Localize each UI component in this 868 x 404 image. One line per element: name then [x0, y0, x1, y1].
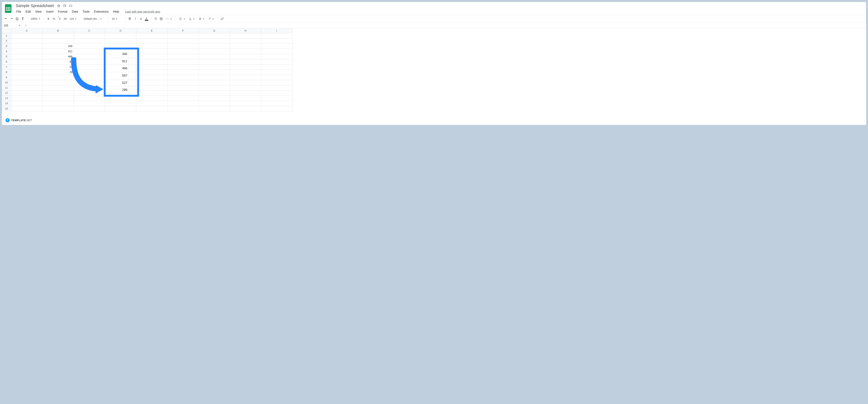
cell[interactable] — [42, 38, 74, 43]
sheets-logo-icon[interactable] — [4, 3, 12, 14]
cell[interactable] — [198, 90, 230, 96]
cell[interactable] — [136, 49, 167, 54]
cell[interactable] — [261, 101, 292, 106]
cell[interactable] — [11, 106, 42, 111]
format-percent-button[interactable]: % — [51, 16, 57, 21]
cell[interactable] — [105, 90, 136, 96]
cell[interactable] — [136, 101, 167, 106]
row-header[interactable]: 10 — [2, 80, 11, 85]
font-family-dropdown[interactable]: Default (Ari...▼ — [82, 16, 106, 21]
menu-tools[interactable]: Tools — [81, 9, 91, 14]
cell[interactable]: 56 — [42, 59, 74, 64]
cell[interactable] — [105, 49, 136, 54]
cell[interactable] — [230, 101, 261, 106]
row-header[interactable]: 3 — [2, 43, 11, 49]
cell[interactable] — [11, 69, 42, 75]
cloud-status-icon[interactable] — [69, 4, 73, 8]
formula-input[interactable] — [30, 23, 866, 28]
cell[interactable] — [42, 96, 74, 101]
cell[interactable] — [11, 43, 42, 49]
cell[interactable] — [11, 101, 42, 106]
cell[interactable] — [11, 54, 42, 59]
cell[interactable] — [136, 38, 167, 43]
horizontal-align-dropdown[interactable]: ▼ — [177, 16, 187, 21]
cell[interactable] — [198, 43, 230, 49]
cell[interactable] — [198, 49, 230, 54]
cell[interactable] — [136, 90, 167, 96]
cell[interactable] — [261, 54, 292, 59]
cell[interactable] — [198, 38, 230, 43]
row-header[interactable]: 1 — [2, 33, 11, 38]
cell[interactable]: 29 — [42, 69, 74, 75]
cell[interactable] — [74, 33, 105, 38]
menu-view[interactable]: View — [33, 9, 43, 14]
cell[interactable] — [74, 106, 105, 111]
more-formats-dropdown[interactable]: 123▼ — [68, 16, 78, 21]
cell[interactable] — [167, 75, 198, 80]
cell[interactable] — [74, 85, 105, 90]
cell[interactable] — [11, 49, 42, 54]
cell[interactable] — [167, 90, 198, 96]
cell[interactable] — [167, 101, 198, 106]
last-edit-link[interactable]: Last edit was seconds ago — [125, 10, 160, 13]
cell[interactable] — [42, 85, 74, 90]
cell[interactable] — [105, 38, 136, 43]
cell[interactable] — [261, 80, 292, 85]
row-header[interactable]: 13 — [2, 96, 11, 101]
cell[interactable] — [11, 85, 42, 90]
menu-extensions[interactable]: Extensions — [92, 9, 111, 14]
cell[interactable] — [167, 38, 198, 43]
bold-button[interactable]: B — [127, 16, 132, 21]
text-wrap-dropdown[interactable]: ▼ — [197, 16, 206, 21]
star-icon[interactable] — [57, 4, 61, 8]
text-rotation-dropdown[interactable]: ▼ — [207, 16, 216, 21]
cell[interactable] — [42, 33, 74, 38]
cell[interactable]: 345 — [42, 43, 74, 49]
column-header[interactable]: B — [42, 28, 74, 33]
column-header[interactable]: H — [230, 28, 261, 33]
menu-help[interactable]: Help — [111, 9, 121, 14]
cell[interactable] — [261, 85, 292, 90]
column-header[interactable]: F — [167, 28, 198, 33]
cell[interactable] — [74, 90, 105, 96]
decrease-decimal-button[interactable]: ▸.0 — [57, 16, 62, 21]
row-header[interactable]: 4 — [2, 49, 11, 54]
cell[interactable] — [230, 106, 261, 111]
cell[interactable] — [105, 69, 136, 75]
move-icon[interactable] — [63, 4, 67, 8]
column-header[interactable]: A — [11, 28, 42, 33]
merge-cells-dropdown[interactable]: ▼ — [164, 16, 174, 21]
cell[interactable] — [198, 75, 230, 80]
cell[interactable] — [167, 49, 198, 54]
cell[interactable] — [198, 64, 230, 69]
cell[interactable] — [136, 85, 167, 90]
name-box[interactable]: J25 ▼ — [2, 23, 22, 28]
cell[interactable] — [167, 85, 198, 90]
cell[interactable] — [230, 80, 261, 85]
cell[interactable] — [230, 49, 261, 54]
cell[interactable] — [230, 90, 261, 96]
increase-decimal-button[interactable]: .00 — [62, 16, 68, 21]
zoom-dropdown[interactable]: 100%▼ — [29, 16, 42, 21]
row-header[interactable]: 2 — [2, 38, 11, 43]
cell[interactable]: 466 — [42, 54, 74, 59]
cell[interactable] — [198, 69, 230, 75]
cell[interactable] — [136, 80, 167, 85]
cell[interactable]: 911 — [42, 49, 74, 54]
cell[interactable] — [42, 101, 74, 106]
column-header[interactable]: I — [261, 28, 292, 33]
cell[interactable] — [230, 59, 261, 64]
row-header[interactable]: 9 — [2, 75, 11, 80]
column-header[interactable]: E — [136, 28, 167, 33]
cell[interactable] — [105, 54, 136, 59]
cell[interactable] — [230, 54, 261, 59]
vertical-align-dropdown[interactable]: ▼ — [187, 16, 196, 21]
cell[interactable] — [74, 54, 105, 59]
cell[interactable] — [167, 80, 198, 85]
paint-format-button[interactable] — [20, 16, 25, 21]
row-header[interactable]: 15 — [2, 106, 11, 111]
row-header[interactable]: 12 — [2, 90, 11, 96]
cell[interactable] — [261, 96, 292, 101]
cell[interactable] — [105, 43, 136, 49]
cell[interactable] — [74, 80, 105, 85]
